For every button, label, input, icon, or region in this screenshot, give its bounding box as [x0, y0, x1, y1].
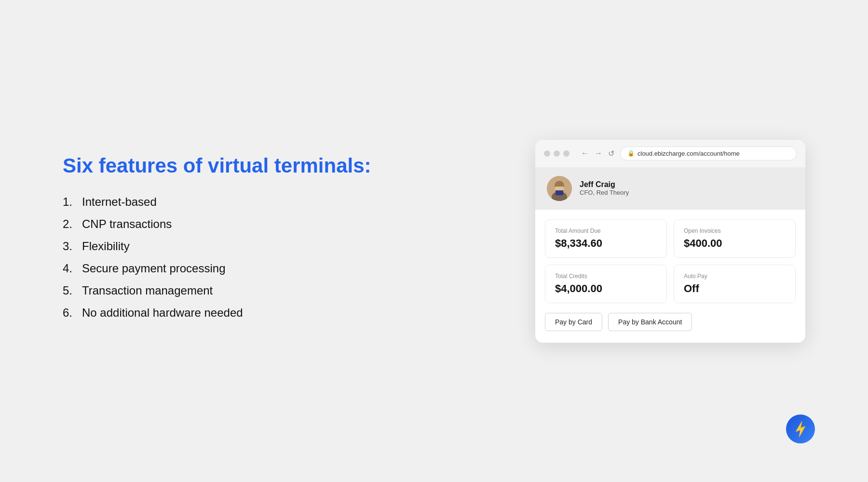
card-value-auto-pay: Off: [684, 282, 786, 295]
feature-text-2: CNP transactions: [82, 217, 172, 231]
card-total-credits: Total Credits $4,000.00: [545, 265, 667, 303]
refresh-button[interactable]: ↺: [607, 149, 615, 158]
back-button[interactable]: ←: [580, 149, 590, 158]
card-total-amount: Total Amount Due $8,334.60: [545, 219, 667, 258]
card-value-total-credits: $4,000.00: [555, 282, 657, 295]
card-open-invoices: Open Invoices $400.00: [674, 219, 796, 258]
action-buttons: Pay by Card Pay by Bank Account: [535, 303, 805, 343]
feature-num-1: 1.: [63, 195, 77, 209]
feature-item-6: 6.No additional hardware needed: [63, 306, 506, 320]
card-value-open-invoices: $400.00: [684, 237, 786, 250]
dot-3: [563, 150, 570, 157]
user-name: Jeff Craig: [580, 180, 629, 189]
url-text: cloud.ebizcharge.com/account/home: [637, 150, 740, 157]
ebizcharge-logo: ⚡: [786, 415, 815, 443]
feature-list: 1.Internet-based2.CNP transactions3.Flex…: [63, 195, 506, 320]
feature-item-1: 1.Internet-based: [63, 195, 506, 209]
main-container: Six features of virtual terminals: 1.Int…: [24, 24, 844, 458]
feature-text-6: No additional hardware needed: [82, 306, 243, 320]
forward-button[interactable]: →: [594, 149, 603, 158]
feature-num-4: 4.: [63, 262, 77, 275]
feature-text-3: Flexibility: [82, 240, 130, 253]
dashboard-cards: Total Amount Due $8,334.60 Open Invoices…: [535, 210, 805, 303]
pay-by-card-button[interactable]: Pay by Card: [545, 313, 602, 331]
feature-num-6: 6.: [63, 306, 77, 320]
user-info: Jeff Craig CFO, Red Theory: [580, 180, 629, 196]
browser-mockup: ← → ↺ 🔒 cloud.ebizcharge.com/account/hom…: [535, 140, 805, 343]
feature-text-5: Transaction management: [82, 284, 213, 297]
svg-rect-4: [555, 187, 564, 190]
pay-by-bank-button[interactable]: Pay by Bank Account: [608, 313, 692, 331]
card-label-open-invoices: Open Invoices: [684, 228, 786, 234]
logo-arrow-icon: ⚡: [791, 419, 811, 439]
feature-text-1: Internet-based: [82, 195, 157, 209]
feature-item-3: 3.Flexibility: [63, 240, 506, 253]
feature-item-4: 4.Secure payment processing: [63, 262, 506, 275]
feature-num-3: 3.: [63, 240, 77, 253]
avatar: [547, 176, 572, 201]
lock-icon: 🔒: [627, 150, 635, 157]
card-value-total-amount: $8,334.60: [555, 237, 657, 250]
browser-chrome: ← → ↺ 🔒 cloud.ebizcharge.com/account/hom…: [535, 140, 805, 167]
address-bar[interactable]: 🔒 cloud.ebizcharge.com/account/home: [620, 147, 797, 161]
feature-text-4: Secure payment processing: [82, 262, 226, 275]
browser-nav: ← → ↺: [580, 149, 615, 158]
left-panel: Six features of virtual terminals: 1.Int…: [63, 154, 535, 328]
browser-dots: [544, 150, 570, 157]
dot-2: [554, 150, 560, 157]
feature-item-2: 2.CNP transactions: [63, 217, 506, 231]
browser-content: Jeff Craig CFO, Red Theory Total Amount …: [535, 167, 805, 343]
user-header: Jeff Craig CFO, Red Theory: [535, 167, 805, 210]
dot-1: [544, 150, 550, 157]
card-label-total-amount: Total Amount Due: [555, 228, 657, 234]
main-heading: Six features of virtual terminals:: [63, 154, 506, 178]
feature-num-2: 2.: [63, 217, 77, 231]
card-label-total-credits: Total Credits: [555, 273, 657, 280]
user-title: CFO, Red Theory: [580, 189, 629, 196]
card-label-auto-pay: Auto Pay: [684, 273, 786, 280]
feature-item-5: 5.Transaction management: [63, 284, 506, 297]
card-auto-pay: Auto Pay Off: [674, 265, 796, 303]
feature-num-5: 5.: [63, 284, 77, 297]
